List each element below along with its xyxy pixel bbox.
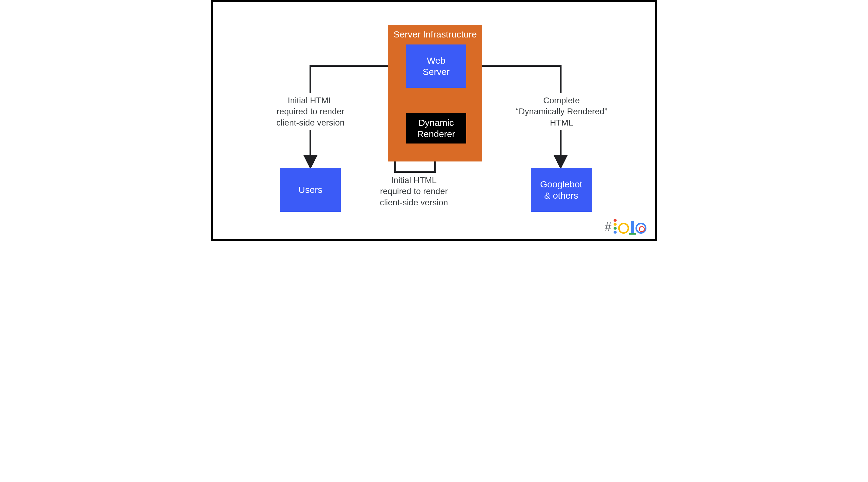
right-edge-label: Complete “Dynamically Rendered” HTML — [505, 95, 618, 128]
hash-icon: # — [605, 220, 612, 234]
bottom-edge-label: Initial HTML required to render client-s… — [362, 175, 466, 208]
io-digit-1-icon — [631, 221, 634, 234]
io18-logo: # — [605, 219, 646, 234]
web-server-box: Web Server — [406, 45, 466, 88]
googlebot-box: Googlebot & others — [531, 168, 592, 212]
left-edge-label: Initial HTML required to render client-s… — [265, 95, 356, 128]
users-label: Users — [296, 184, 326, 196]
diagram-frame: Server Infrastructure Web Server Dynamic… — [211, 0, 657, 241]
users-box: Users — [280, 168, 341, 212]
io-letter-i-icon — [613, 219, 617, 234]
server-infrastructure-title: Server Infrastructure — [389, 29, 482, 39]
io-letter-o-icon — [618, 223, 629, 234]
dynamic-renderer-label: Dynamic Renderer — [414, 117, 458, 140]
dynamic-renderer-box: Dynamic Renderer — [406, 113, 466, 143]
googlebot-label: Googlebot & others — [537, 178, 585, 201]
web-server-label: Web Server — [420, 55, 453, 78]
io-digit-8-icon — [636, 223, 646, 234]
